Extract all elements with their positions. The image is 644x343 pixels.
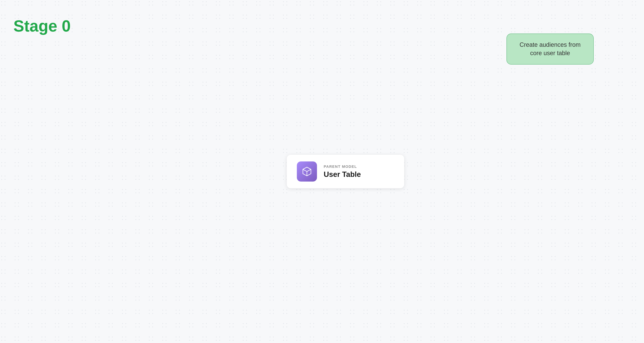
cube-icon — [302, 166, 312, 177]
model-info: PARENT MODEL User Table — [324, 164, 361, 179]
stage-label: Stage 0 — [14, 17, 70, 35]
parent-model-card[interactable]: PARENT MODEL User Table — [287, 155, 404, 188]
model-name-label: User Table — [324, 170, 361, 179]
model-icon-container — [297, 161, 317, 182]
model-type-label: PARENT MODEL — [324, 164, 361, 169]
canvas: Stage 0 Create audiences from core user … — [0, 0, 644, 343]
tooltip-card: Create audiences from core user table — [506, 33, 594, 64]
tooltip-text: Create audiences from core user table — [520, 41, 580, 56]
